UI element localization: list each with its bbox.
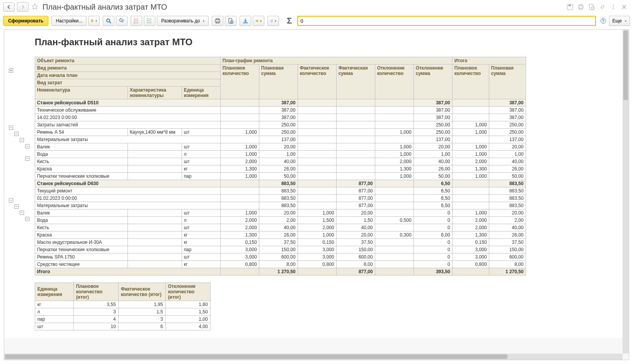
grand-total-dsum: 393,50 (413, 268, 452, 276)
find-button[interactable] (103, 16, 114, 26)
unfold-to-button[interactable]: Разворачивать до▾ (157, 16, 209, 26)
svg-rect-4 (579, 8, 582, 10)
table-row[interactable]: Ремень SPA 1750шт3,000600,003,000600,000… (35, 253, 526, 261)
horizontal-scrollbar[interactable] (4, 354, 623, 360)
table-row[interactable]: 14.02.2023 0:00:00387,00387,00387,00 (35, 114, 526, 121)
refresh-button[interactable]: ▾ (267, 16, 279, 26)
cell: 6,50 (413, 187, 452, 195)
cell: 2,000 (298, 224, 336, 231)
cell: 3 (118, 316, 165, 323)
cell: 1,300 (452, 165, 489, 173)
table-row[interactable]: Водал1,0001,001,0001,001,0001,00 (35, 151, 526, 158)
favorite-star-icon[interactable] (31, 3, 39, 12)
cell (220, 114, 259, 121)
table-row[interactable]: Валикшт1,00020,001,00020,001,00020,00 (35, 143, 526, 151)
collapse-groups-button[interactable] (131, 16, 142, 26)
tree-toggle[interactable]: − (25, 217, 29, 221)
more-button[interactable]: Еще▾ (609, 16, 630, 26)
generate-button[interactable]: Сформировать (3, 16, 48, 26)
nav-forward-button[interactable] (17, 2, 29, 12)
table-row[interactable]: Текущий ремонт883,50877,006,50883,50 (35, 187, 526, 195)
print-button[interactable] (212, 16, 223, 26)
table-row[interactable]: Затраты запчастей250,00250,001,000250,00 (35, 121, 526, 129)
table-row[interactable]: Перчатки технические хлопковыепар1,00050… (35, 173, 526, 180)
find-next-button[interactable] (116, 16, 128, 26)
summary-row[interactable]: пар431,00 (35, 316, 210, 323)
cell (298, 187, 336, 195)
table-row[interactable]: Краскакг1,30026,001,30026,001,30026,00 (35, 165, 526, 173)
print-icon[interactable] (577, 3, 584, 10)
tree-toggle[interactable]: − (20, 211, 24, 215)
cell: 0 (413, 261, 452, 268)
col-plan-sum: Плановая сумма (259, 65, 298, 99)
svg-point-7 (613, 5, 614, 6)
tree-toggle[interactable]: − (25, 144, 29, 148)
cell: 250,00 (413, 129, 452, 136)
table-row[interactable]: Техническое обслуживание387,00387,00387,… (35, 107, 526, 114)
cell: Перчатки технические хлопковые (35, 246, 128, 253)
save-file-button[interactable] (240, 16, 251, 26)
cell: 3,000 (298, 246, 336, 253)
cell: 1,00 (165, 316, 210, 323)
cell: 1,5 (118, 308, 165, 316)
tree-toggle[interactable]: − (9, 198, 13, 202)
tree-toggle[interactable]: − (14, 132, 19, 136)
col-dev-sum: Отклонение сумма (413, 65, 452, 99)
table-row[interactable]: 01.02.2023 0:00:00883,50877,006,50883,50 (35, 195, 526, 202)
tree-toggle[interactable]: − (25, 156, 29, 161)
cell (375, 99, 413, 107)
sum-input[interactable] (297, 16, 596, 26)
settings-button[interactable]: Настройки... (51, 16, 87, 26)
table-row[interactable]: Ремень А 54Каучук,1400 мм*8 ммшт1,000250… (35, 129, 526, 136)
table-row[interactable]: Кистьшт2,00040,002,00040,0002,00040,00 (35, 224, 526, 231)
print-preview-button[interactable] (225, 16, 237, 26)
cell: 50,00 (413, 173, 452, 180)
table-row[interactable]: Станок рейсмусовый D630883,50877,006,508… (35, 180, 526, 187)
cell: шт (182, 209, 220, 217)
cell (452, 107, 489, 114)
settings-variants-button[interactable]: ▾ (88, 16, 100, 26)
cell (128, 239, 182, 246)
table-row[interactable]: Водал2,0002,001,5001,500,50002,0002,00 (35, 217, 526, 224)
table-row[interactable]: Средство чистящеекг0,8008,000,8008,0000,… (35, 261, 526, 268)
cell (336, 165, 375, 173)
tree-toggle[interactable]: − (14, 204, 19, 209)
tree-toggle[interactable]: − (20, 138, 24, 142)
report-area[interactable]: + − − − − − − − − − План-фактный анализ … (4, 29, 629, 360)
preview-icon[interactable] (588, 3, 595, 10)
table-row[interactable]: Краскакг1,30026,001,00020,000,3006,001,3… (35, 231, 526, 239)
cell (452, 202, 489, 209)
nav-back-button[interactable] (3, 2, 15, 12)
cell: 1,000 (452, 173, 489, 180)
cell: 26,00 (413, 165, 452, 173)
table-row[interactable]: Валикшт1,00020,001,00020,0001,00020,00 (35, 209, 526, 217)
cell (220, 99, 259, 107)
toolbar: Сформировать Настройки... ▾ Разворачиват… (0, 14, 633, 28)
table-row[interactable]: Материальные затраты137,00137,00137,00 (35, 136, 526, 143)
table-row[interactable]: Масло индустриальное И-30Акг0,15037,500,… (35, 239, 526, 246)
save-icon[interactable] (567, 3, 573, 10)
svg-point-6 (591, 7, 594, 10)
vertical-scrollbar[interactable] (623, 30, 629, 354)
table-row[interactable]: Кистьшт2,00040,002,00040,002,00040,00 (35, 158, 526, 165)
table-row[interactable]: Перчатки технические хлопковыепар3,00015… (35, 246, 526, 253)
more-vert-icon[interactable] (610, 3, 617, 10)
help-icon[interactable]: ? (601, 18, 606, 24)
tree-toggle[interactable]: − (9, 126, 13, 130)
table-row[interactable]: Материальные затраты883,50877,006,50883,… (35, 202, 526, 209)
summary-row[interactable]: шт1064,00 (35, 323, 210, 330)
link-icon[interactable] (599, 3, 606, 10)
more-button-label: Еще (613, 18, 622, 24)
summary-row[interactable]: кг3,551,951,60 (35, 301, 210, 308)
summary-row[interactable]: л31,51,50 (35, 308, 210, 316)
table-row[interactable]: Станок рейсмусовый D510387,00387,00387,0… (35, 99, 526, 107)
cell (375, 209, 413, 217)
expand-all-toggle[interactable]: + (9, 68, 13, 73)
expand-groups-button[interactable] (144, 16, 155, 26)
close-icon[interactable] (621, 3, 628, 10)
cell: 1,000 (220, 129, 259, 136)
cell: л (35, 308, 73, 316)
cell: 0,800 (220, 261, 259, 268)
send-email-button[interactable]: ▾ (253, 16, 264, 26)
cell: кг (182, 261, 220, 268)
